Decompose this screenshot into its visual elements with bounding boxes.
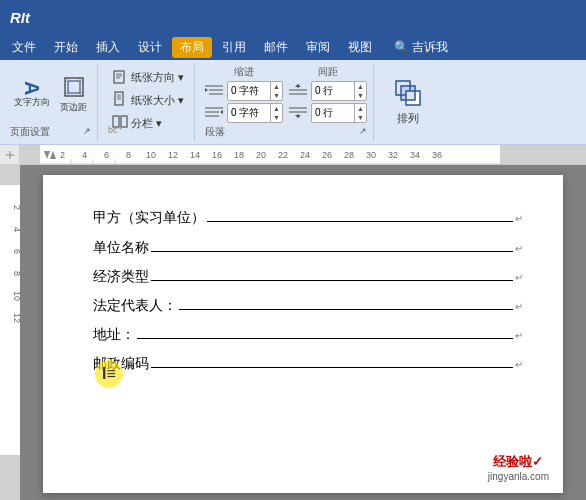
svg-text:32: 32 xyxy=(388,150,398,160)
doc-underline-type xyxy=(151,280,513,281)
svg-text:6: 6 xyxy=(12,249,20,254)
spacing-before-input[interactable]: ▲ ▼ xyxy=(311,81,367,101)
ruler-area: 2 4 6 8 10 12 14 16 18 20 22 24 26 28 30… xyxy=(0,145,586,165)
enter-symbol-6: ↵ xyxy=(515,356,523,374)
menu-help[interactable]: 🔍 吉诉我 xyxy=(386,37,456,58)
watermark-url: jingyanla.com xyxy=(488,471,549,482)
indent-right-value[interactable] xyxy=(228,107,270,120)
enter-symbol-5: ↵ xyxy=(515,327,523,345)
menu-insert[interactable]: 插入 xyxy=(88,37,128,58)
svg-text:4: 4 xyxy=(12,227,20,232)
columns-label: 分栏 ▾ xyxy=(131,116,162,131)
bc-label: bc⁺ xyxy=(108,123,123,135)
svg-text:20: 20 xyxy=(256,150,266,160)
indent-left-value[interactable] xyxy=(228,85,270,98)
svg-rect-6 xyxy=(114,71,124,83)
spacing-before-icon xyxy=(289,84,309,98)
doc-line-4: 法定代表人： ↵ xyxy=(93,293,523,318)
svg-text:12: 12 xyxy=(12,313,20,323)
text-direction-label: 文字方向 xyxy=(14,97,50,108)
menu-layout[interactable]: 布局 xyxy=(172,37,212,58)
svg-text:2: 2 xyxy=(60,150,65,160)
orientation-label: 纸张方向 ▾ xyxy=(131,70,184,85)
svg-rect-10 xyxy=(115,92,123,105)
indent-right-up[interactable]: ▲ xyxy=(271,104,282,113)
spacing-after-input[interactable]: ▲ ▼ xyxy=(311,103,367,123)
indent-header: 缩进 xyxy=(205,65,283,79)
spacing-after-down[interactable]: ▼ xyxy=(355,113,366,122)
paragraph-group-label: 段落 xyxy=(205,123,225,139)
indent-left-row: ▲ ▼ xyxy=(205,81,283,101)
svg-rect-39 xyxy=(500,145,586,164)
svg-text:8: 8 xyxy=(12,271,20,276)
spacing-after-icon xyxy=(289,106,309,120)
paragraph-expand[interactable]: ↗ xyxy=(359,126,367,136)
svg-text:30: 30 xyxy=(366,150,376,160)
svg-text:18: 18 xyxy=(234,150,244,160)
svg-text:2: 2 xyxy=(12,205,20,210)
spacing-after-up[interactable]: ▲ xyxy=(355,104,366,113)
menu-view[interactable]: 视图 xyxy=(340,37,380,58)
watermark-checkmark: ✓ xyxy=(532,454,543,469)
svg-text:10: 10 xyxy=(146,150,156,160)
doc-underline-addr xyxy=(137,338,513,339)
ruler-horizontal: 2 4 6 8 10 12 14 16 18 20 22 24 26 28 30… xyxy=(20,145,586,164)
menu-design[interactable]: 设计 xyxy=(130,37,170,58)
arrange-label: 排列 xyxy=(397,111,419,126)
arrange-button[interactable]: 排列 xyxy=(384,73,432,130)
svg-text:26: 26 xyxy=(322,150,332,160)
indent-right-icon xyxy=(205,106,225,120)
doc-line-3: 经济类型 ↵ xyxy=(93,264,523,289)
document-scroll[interactable]: 甲方（实习单位） ↵ 单位名称 ↵ 经济类型 ↵ 法定代表人： xyxy=(20,165,586,500)
menu-mail[interactable]: 邮件 xyxy=(256,37,296,58)
ribbon-group-page-options: 纸张方向 ▾ 纸张大小 ▾ xyxy=(102,63,195,141)
indent-left-input[interactable]: ▲ ▼ xyxy=(227,81,283,101)
indent-left-icon xyxy=(205,84,225,98)
menu-review[interactable]: 审阅 xyxy=(298,37,338,58)
watermark-brand: 经验啦✓ xyxy=(488,453,549,471)
indent-right-down[interactable]: ▼ xyxy=(271,113,282,122)
indent-left-up[interactable]: ▲ xyxy=(271,82,282,91)
ribbon-group-arrange: 排列 xyxy=(378,63,438,141)
spacing-col: 间距 xyxy=(289,65,367,123)
doc-line-5: 地址： ↵ xyxy=(93,322,523,347)
doc-label-party: 甲方（实习单位） xyxy=(93,205,205,230)
cursor-highlight: I≡ xyxy=(95,360,123,388)
document-area: 2 4 6 8 10 12 甲方（实习单位） ↵ 单位名称 ↵ xyxy=(0,165,586,500)
spacing-after-row: ▲ ▼ xyxy=(289,103,367,123)
spacing-after-value[interactable] xyxy=(312,107,354,120)
margins-button[interactable]: 页边距 xyxy=(56,74,91,115)
orientation-button[interactable]: 纸张方向 ▾ xyxy=(108,67,188,88)
spacing-before-down[interactable]: ▼ xyxy=(355,91,366,100)
svg-marker-19 xyxy=(205,88,208,92)
enter-symbol-4: ↵ xyxy=(515,298,523,316)
indent-right-input[interactable]: ▲ ▼ xyxy=(227,103,283,123)
text-direction-button[interactable]: A 文字方向 xyxy=(10,79,54,109)
spacing-before-up[interactable]: ▲ xyxy=(355,82,366,91)
doc-underline-name xyxy=(151,251,513,252)
menu-start[interactable]: 开始 xyxy=(46,37,86,58)
ruler-vertical: 2 4 6 8 10 12 xyxy=(0,165,20,500)
spacing-before-value[interactable] xyxy=(312,85,354,98)
page-setup-expand[interactable]: ↗ xyxy=(83,126,91,136)
menu-bar: 文件 开始 插入 设计 布局 引用 邮件 审阅 视图 🔍 吉诉我 xyxy=(0,34,586,60)
menu-references[interactable]: 引用 xyxy=(214,37,254,58)
paper-size-button[interactable]: 纸张大小 ▾ xyxy=(108,90,188,111)
title-bar: RIt xyxy=(0,0,586,34)
indent-left-down[interactable]: ▼ xyxy=(271,91,282,100)
spacing-before-row: ▲ ▼ xyxy=(289,81,367,101)
svg-text:14: 14 xyxy=(190,150,200,160)
doc-line-6: 邮政编码 ↵ xyxy=(93,351,523,376)
indent-col: 缩进 xyxy=(205,65,283,123)
doc-line-1: 甲方（实习单位） ↵ xyxy=(93,205,523,230)
menu-file[interactable]: 文件 xyxy=(4,37,44,58)
svg-text:36: 36 xyxy=(432,150,442,160)
doc-underline-party xyxy=(207,221,513,222)
indent-right-row: ▲ ▼ xyxy=(205,103,283,123)
svg-text:34: 34 xyxy=(410,150,420,160)
ribbon-group-paragraph: 缩进 xyxy=(199,63,374,141)
page-setup-group-label: 页面设置 xyxy=(10,123,50,139)
enter-symbol-2: ↵ xyxy=(515,240,523,258)
svg-rect-38 xyxy=(20,145,40,164)
spacing-header: 间距 xyxy=(289,65,367,79)
